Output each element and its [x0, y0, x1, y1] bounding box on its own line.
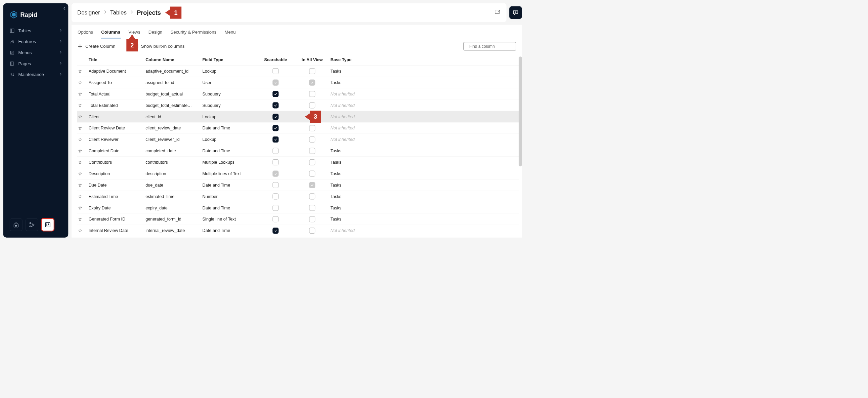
- table-row[interactable]: Description description Multiple lines o…: [77, 168, 519, 179]
- col-title[interactable]: Title: [89, 57, 146, 62]
- scrollbar[interactable]: [519, 56, 522, 166]
- star-icon[interactable]: [77, 194, 89, 198]
- checkbox[interactable]: [309, 68, 315, 74]
- checkbox[interactable]: [309, 137, 315, 143]
- table-row[interactable]: Total Actual budget_total_actual Subquer…: [77, 88, 519, 100]
- col-allview[interactable]: In All View: [294, 57, 331, 62]
- checkbox[interactable]: [272, 125, 278, 131]
- checkbox[interactable]: [309, 182, 315, 188]
- svg-rect-2: [10, 29, 14, 33]
- checkbox[interactable]: [309, 125, 315, 131]
- cell-title: Contributors: [89, 160, 146, 165]
- star-icon[interactable]: [77, 183, 89, 187]
- home-button[interactable]: [10, 219, 23, 231]
- sidebar-item-features[interactable]: Features: [3, 36, 68, 48]
- table-row[interactable]: Due Date due_date Date and Time Tasks: [77, 179, 519, 191]
- star-icon[interactable]: [77, 126, 89, 130]
- table-row[interactable]: Contributors contributors Multiple Looku…: [77, 157, 519, 168]
- cell-type: User: [203, 80, 257, 85]
- table-row[interactable]: Assigned To assigned_to_id User Tasks: [77, 77, 519, 88]
- checkbox[interactable]: [309, 170, 315, 176]
- tab-security-permissions[interactable]: Security & Permissions: [170, 28, 217, 38]
- show-builtin-toggle[interactable]: Show built-in columns: [133, 44, 185, 49]
- sidebar-item-pages[interactable]: Pages: [3, 58, 68, 69]
- checkbox[interactable]: [272, 79, 278, 85]
- checkbox[interactable]: [309, 159, 315, 165]
- search-box[interactable]: [463, 42, 516, 50]
- checkbox[interactable]: [272, 170, 278, 176]
- designer-button[interactable]: [41, 219, 54, 231]
- chevron-right-icon: [130, 10, 133, 16]
- tab-design[interactable]: Design: [148, 28, 163, 38]
- sidebar-item-tables[interactable]: Tables: [3, 25, 68, 36]
- svg-point-17: [33, 224, 34, 226]
- table-row[interactable]: Generated Form ID generated_form_id Sing…: [77, 214, 519, 225]
- sidebar-item-menus[interactable]: Menus: [3, 47, 68, 58]
- star-icon[interactable]: [77, 92, 89, 96]
- checkbox[interactable]: [309, 228, 315, 234]
- checkbox[interactable]: [272, 182, 278, 188]
- table-row[interactable]: Expiry Date expiry_date Date and Time Ta…: [77, 202, 519, 214]
- checkbox[interactable]: [272, 137, 278, 143]
- col-searchable[interactable]: Searchable: [257, 57, 294, 62]
- star-icon[interactable]: [77, 229, 89, 233]
- open-external-icon[interactable]: [495, 9, 501, 16]
- star-icon[interactable]: [77, 149, 89, 153]
- checkbox[interactable]: [272, 68, 278, 74]
- col-basetype[interactable]: Base Type: [331, 57, 375, 62]
- table-row[interactable]: Client client_id Lookup Not inherited 3: [77, 111, 519, 122]
- checkbox[interactable]: [272, 102, 278, 108]
- table-row[interactable]: Adaptive Document adaptive_document_id L…: [77, 65, 519, 77]
- table-row[interactable]: Client Reviewer client_reviewer_id Looku…: [77, 134, 519, 145]
- checkbox[interactable]: [272, 159, 278, 165]
- col-type[interactable]: Field Type: [203, 57, 257, 62]
- star-icon[interactable]: [77, 103, 89, 107]
- table-row[interactable]: Total Estimated budget_total_estimate… S…: [77, 100, 519, 111]
- col-name[interactable]: Column Name: [146, 57, 202, 62]
- star-icon[interactable]: [77, 138, 89, 142]
- star-icon[interactable]: [77, 206, 89, 210]
- create-column-button[interactable]: Create Column: [77, 44, 116, 49]
- table-row[interactable]: Completed Date completed_date Date and T…: [77, 145, 519, 157]
- table-row[interactable]: Client Review Date client_review_date Da…: [77, 122, 519, 134]
- sidebar-item-maintenance[interactable]: Maintenance: [3, 69, 68, 80]
- checkbox[interactable]: [272, 228, 278, 234]
- star-icon[interactable]: [77, 115, 89, 119]
- chat-button[interactable]: [509, 6, 522, 19]
- checkbox[interactable]: [309, 102, 315, 108]
- checkbox[interactable]: [309, 79, 315, 85]
- cell-searchable: [257, 68, 294, 74]
- checkbox[interactable]: [272, 114, 278, 120]
- checkbox[interactable]: [272, 91, 278, 97]
- checkbox[interactable]: [309, 148, 315, 154]
- search-input[interactable]: [469, 44, 521, 49]
- checkbox[interactable]: [309, 205, 315, 211]
- cell-title: Total Actual: [89, 91, 146, 96]
- checkbox[interactable]: [272, 193, 278, 199]
- table-row[interactable]: Internal Review Date internal_review_dat…: [77, 225, 519, 236]
- workflow-button[interactable]: [26, 219, 38, 231]
- star-icon[interactable]: [77, 217, 89, 221]
- cell-type: Single line of Text: [203, 217, 257, 222]
- star-icon[interactable]: [77, 171, 89, 175]
- breadcrumb-tables[interactable]: Tables: [110, 9, 127, 16]
- tab-columns[interactable]: Columns: [101, 28, 121, 38]
- checkbox[interactable]: [309, 91, 315, 97]
- checkbox[interactable]: [309, 193, 315, 199]
- cell-title: Completed Date: [89, 148, 146, 153]
- svg-marker-34: [79, 183, 82, 187]
- tab-options[interactable]: Options: [77, 28, 93, 38]
- star-icon[interactable]: [77, 160, 89, 164]
- cell-name: generated_form_id: [146, 217, 202, 222]
- cell-allview: [294, 102, 331, 108]
- checkbox[interactable]: [272, 205, 278, 211]
- tab-menu[interactable]: Menu: [224, 28, 236, 38]
- sidebar-collapse-button[interactable]: [63, 6, 66, 11]
- star-icon[interactable]: [77, 80, 89, 84]
- checkbox[interactable]: [272, 148, 278, 154]
- checkbox[interactable]: [309, 216, 315, 222]
- table-row[interactable]: Estimated Time estimated_time Number Tas…: [77, 191, 519, 202]
- star-icon[interactable]: [77, 69, 89, 73]
- breadcrumb-designer[interactable]: Designer: [77, 9, 100, 16]
- checkbox[interactable]: [272, 216, 278, 222]
